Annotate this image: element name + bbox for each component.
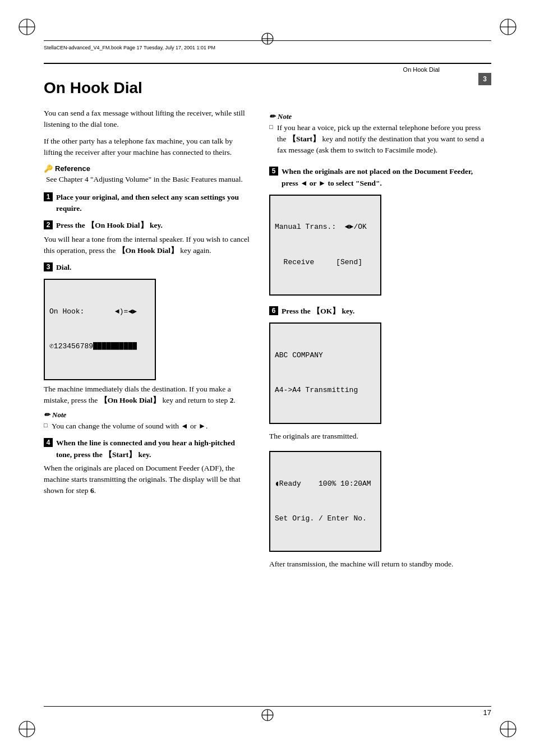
intro-para-1: You can send a fax message without lifti… xyxy=(44,108,251,131)
lcd-manual-display: Manual Trans.: ◄►/OK Receive [Send] xyxy=(269,195,381,296)
corner-mark-br xyxy=(498,719,518,739)
step-6-header: 6 Press the 【OK】 key. xyxy=(269,306,491,317)
lcd-manual-line1: Manual Trans.: ◄►/OK xyxy=(275,222,376,233)
key-icon: 🔑 xyxy=(44,164,53,173)
step-3-text: Dial. xyxy=(56,262,71,273)
reference-block: 🔑 Reference See Chapter 4 "Adjusting Vol… xyxy=(44,164,251,185)
filename-text: StellaCEN-advanced_V4_FM.book Page 17 Tu… xyxy=(44,45,215,50)
right-column: ✏ Note If you hear a voice, pick up the … xyxy=(269,108,491,577)
step-6-text: Press the 【OK】 key. xyxy=(282,306,355,317)
lcd-dial-line2: ✆123456789██████████ xyxy=(49,341,150,353)
step-4-num: 4 xyxy=(44,438,53,447)
step-2-num: 2 xyxy=(44,220,53,229)
step-1-text: Place your original, and then select any… xyxy=(56,192,251,215)
lcd-transmit-line1: ABC COMPANY xyxy=(275,350,376,362)
note-2-item-1: If you hear a voice, pick up the externa… xyxy=(269,122,491,156)
top-bar: StellaCEN-advanced_V4_FM.book Page 17 Tu… xyxy=(44,40,491,52)
step-2-text: Press the 【On Hook Dial】 key. xyxy=(56,220,163,231)
note-1-label: Note xyxy=(52,411,66,420)
reference-label: Reference xyxy=(55,164,90,173)
corner-mark-tl xyxy=(17,17,37,37)
two-column-layout: You can send a fax message without lifti… xyxy=(44,108,491,577)
lcd-manual-line2: Receive [Send] xyxy=(275,257,376,269)
step-3: 3 Dial. On Hook: ◄)=◀▶ ✆123456789███████… xyxy=(44,262,251,432)
reference-body: See Chapter 4 "Adjusting Volume" in the … xyxy=(44,174,251,185)
note-1-title: ✏ Note xyxy=(44,411,251,420)
step-2-body: You will hear a tone from the internal s… xyxy=(44,234,251,257)
lcd-transmit-line2: A4->A4 Transmitting xyxy=(275,385,376,397)
footer-rule xyxy=(44,706,491,707)
note-2-label: Note xyxy=(278,112,292,121)
step-5-num: 5 xyxy=(269,167,278,176)
page-number: 17 xyxy=(483,708,491,717)
step-6: 6 Press the 【OK】 key. ABC COMPANY A4->A4… xyxy=(269,306,491,570)
note-2-title: ✏ Note xyxy=(269,112,491,121)
lcd-ready-line2: Set Orig. / Enter No. xyxy=(275,513,376,525)
reference-title: 🔑 Reference xyxy=(44,164,251,173)
step-5: 5 When the originals are not placed on t… xyxy=(269,166,491,299)
left-column: You can send a fax message without lifti… xyxy=(44,108,251,577)
step-3-header: 3 Dial. xyxy=(44,262,251,273)
page-title: On Hook Dial xyxy=(44,79,491,98)
step-1-num: 1 xyxy=(44,192,53,201)
step-4-header: 4 When the line is connected and you hea… xyxy=(44,437,251,460)
header-rule xyxy=(44,63,491,64)
note-pencil-icon: ✏ xyxy=(44,411,50,420)
after-note: After transmission, the machine will ret… xyxy=(269,559,491,570)
note-1-item-1: You can change the volume of sound with … xyxy=(44,421,251,432)
intro-para-2: If the other party has a telephone fax m… xyxy=(44,136,251,159)
corner-mark-bl xyxy=(17,719,37,739)
header-title: On Hook Dial xyxy=(403,66,440,73)
note-2-block: ✏ Note If you hear a voice, pick up the … xyxy=(269,112,491,156)
step-3-body: The machine immediately dials the destin… xyxy=(44,384,251,407)
lcd-transmit-display: ABC COMPANY A4->A4 Transmitting xyxy=(269,322,381,423)
step-1-header: 1 Place your original, and then select a… xyxy=(44,192,251,215)
step-4-text: When the line is connected and you hear … xyxy=(56,437,251,460)
step-5-text: When the originals are not placed on the… xyxy=(282,166,491,189)
step-2: 2 Press the 【On Hook Dial】 key. You will… xyxy=(44,220,251,256)
step-5-header: 5 When the originals are not placed on t… xyxy=(269,166,491,189)
step-3-num: 3 xyxy=(44,262,53,271)
step-4: 4 When the line is connected and you hea… xyxy=(44,437,251,496)
mid-cross-bottom xyxy=(260,707,275,725)
step-2-header: 2 Press the 【On Hook Dial】 key. xyxy=(44,220,251,231)
step-1: 1 Place your original, and then select a… xyxy=(44,192,251,215)
step-6-num: 6 xyxy=(269,306,278,315)
corner-mark-tr xyxy=(498,17,518,37)
note-pencil-icon-2: ✏ xyxy=(269,112,275,121)
lcd-ready-line1: ◖Ready 100% 10:20AM xyxy=(275,478,376,490)
lcd-ready-display: ◖Ready 100% 10:20AM Set Orig. / Enter No… xyxy=(269,451,381,552)
lcd-dial-line1: On Hook: ◄)=◀▶ xyxy=(49,306,150,318)
transmit-note: The originals are transmitted. xyxy=(269,431,491,442)
step-4-body: When the originals are placed on Documen… xyxy=(44,463,251,497)
main-content: On Hook Dial You can send a fax message … xyxy=(44,79,491,700)
note-1-block: ✏ Note You can change the volume of soun… xyxy=(44,411,251,432)
lcd-dial-display: On Hook: ◄)=◀▶ ✆123456789██████████ xyxy=(44,279,156,380)
